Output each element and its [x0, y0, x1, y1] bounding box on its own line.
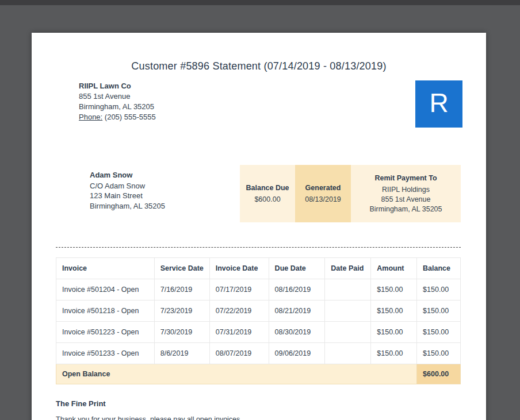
cell-invoice-date: 07/22/2019 [209, 300, 269, 322]
table-row: Invoice #501223 - Open 7/30/2019 07/31/2… [56, 322, 461, 343]
table-row: Invoice #501204 - Open 7/16/2019 07/17/2… [56, 279, 461, 300]
header-invoice: Invoice [56, 258, 155, 279]
fine-print-text: Thank you for your business, please pay … [56, 415, 240, 420]
customer-line1: C/O Adam Snow [90, 181, 165, 191]
cell-amount: $150.00 [371, 322, 417, 343]
balance-due-cell: Balance Due $600.00 [240, 165, 295, 222]
open-balance-label: Open Balance [56, 364, 417, 384]
header-due-date: Due Date [269, 258, 325, 279]
cell-due-date: 08/30/2019 [269, 322, 325, 343]
header-amount: Amount [371, 258, 417, 279]
remit-address2: Birmingham, AL 35205 [369, 205, 442, 214]
company-name: RIIPL Lawn Co [79, 81, 156, 91]
cell-invoice-date: 08/07/2019 [209, 343, 269, 364]
cell-balance: $150.00 [417, 343, 461, 364]
remit-name: RIIPL Holdings [382, 185, 430, 195]
header-service-date: Service Date [154, 258, 209, 279]
company-address-line1: 855 1st Avenue [79, 91, 156, 102]
viewer-top-strip [0, 0, 520, 5]
open-balance-row: Open Balance $600.00 [56, 364, 461, 384]
customer-line3: Birmingham, AL 35205 [90, 201, 165, 211]
logo-letter: R [429, 90, 448, 118]
cell-date-paid [325, 279, 371, 300]
generated-label: Generated [305, 183, 341, 193]
cell-due-date: 08/16/2019 [269, 279, 325, 300]
cell-invoice: Invoice #501204 - Open [56, 279, 155, 300]
statement-page: Customer #5896 Statement (07/14/2019 - 0… [32, 33, 486, 420]
cell-service-date: 8/6/2019 [154, 343, 209, 364]
header-balance: Balance [417, 258, 461, 279]
company-logo: R [415, 80, 462, 128]
cell-balance: $150.00 [417, 300, 461, 322]
cell-due-date: 08/21/2019 [269, 300, 325, 322]
header-date-paid: Date Paid [325, 258, 371, 279]
table-row: Invoice #501233 - Open 8/6/2019 08/07/20… [56, 343, 461, 364]
generated-cell: Generated 08/13/2019 [295, 165, 351, 222]
invoice-table: Invoice Service Date Invoice Date Due Da… [56, 257, 461, 384]
table-header-row: Invoice Service Date Invoice Date Due Da… [56, 258, 461, 279]
fine-print-heading: The Fine Print [56, 399, 106, 408]
phone-number: (205) 555-5555 [105, 113, 156, 121]
cell-invoice: Invoice #501218 - Open [56, 300, 155, 322]
company-phone-line: Phone: (205) 555-5555 [79, 112, 156, 122]
open-balance-value: $600.00 [417, 364, 461, 384]
cell-balance: $150.00 [417, 279, 461, 300]
cell-service-date: 7/30/2019 [154, 322, 209, 343]
cell-amount: $150.00 [371, 300, 417, 322]
cell-service-date: 7/16/2019 [154, 279, 209, 300]
cell-invoice-date: 07/31/2019 [209, 322, 269, 343]
cell-amount: $150.00 [371, 279, 417, 300]
remit-address1: 855 1st Avenue [381, 195, 431, 205]
table-row: Invoice #501218 - Open 7/23/2019 07/22/2… [56, 300, 461, 322]
header-invoice-date: Invoice Date [209, 258, 269, 279]
company-address-line2: Birmingham, AL 35205 [79, 102, 156, 112]
generated-value: 08/13/2019 [305, 195, 341, 205]
phone-label: Phone: [79, 113, 102, 121]
cell-date-paid [325, 343, 371, 364]
cell-service-date: 7/23/2019 [154, 300, 209, 322]
page-title: Customer #5896 Statement (07/14/2019 - 0… [32, 60, 486, 72]
cell-balance: $150.00 [417, 322, 461, 343]
customer-info: Adam Snow C/O Adam Snow 123 Main Street … [90, 170, 165, 211]
cell-invoice-date: 07/17/2019 [209, 279, 269, 300]
cell-amount: $150.00 [371, 343, 417, 364]
balance-due-value: $600.00 [254, 195, 280, 205]
customer-name: Adam Snow [90, 170, 165, 180]
cell-date-paid [325, 322, 371, 343]
remit-label: Remit Payment To [374, 174, 437, 183]
cell-due-date: 09/06/2019 [269, 343, 325, 364]
customer-line2: 123 Main Street [90, 191, 165, 201]
summary-box: Balance Due $600.00 Generated 08/13/2019… [240, 165, 461, 222]
balance-due-label: Balance Due [246, 183, 289, 193]
cell-invoice: Invoice #501233 - Open [56, 343, 155, 364]
remit-payment-cell: Remit Payment To RIIPL Holdings 855 1st … [351, 165, 461, 222]
cell-date-paid [325, 300, 371, 322]
cell-invoice: Invoice #501223 - Open [56, 322, 155, 343]
dashed-separator [56, 247, 461, 248]
company-info: RIIPL Lawn Co 855 1st Avenue Birmingham,… [79, 81, 156, 122]
